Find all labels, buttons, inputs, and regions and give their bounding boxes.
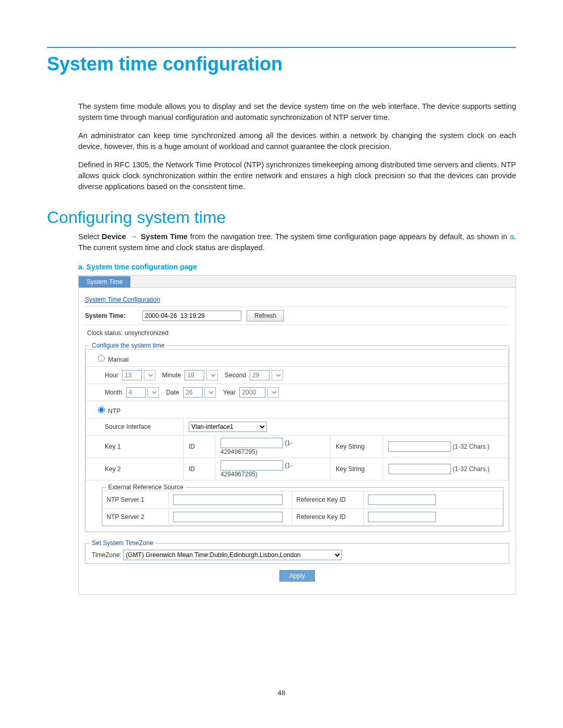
tab-system-time[interactable]: System Time — [79, 276, 130, 288]
id-label-1: ID — [183, 436, 215, 458]
month-label: Month — [105, 389, 122, 396]
second-input — [250, 370, 270, 380]
tab-row: System Time — [79, 276, 516, 288]
hour-label: Hour — [105, 372, 118, 379]
hour-select — [144, 370, 155, 380]
key1-label: Key 1 — [86, 436, 183, 458]
timezone-fieldset: Set System TimeZone TimeZone: (GMT) Gree… — [85, 539, 509, 564]
clock-status: Clock status: unsynchronized — [85, 325, 509, 342]
manual-radio[interactable]: Manual — [95, 356, 129, 363]
figure-caption: a. System time configuration page — [78, 263, 516, 271]
key1-id-input[interactable] — [221, 438, 283, 448]
external-ref-legend: External Reference Source — [106, 484, 186, 491]
minute-select — [206, 370, 218, 380]
ntp-radio[interactable]: NTP — [95, 408, 120, 415]
year-input — [239, 387, 265, 398]
section-title: System Time Configuration — [79, 288, 516, 306]
system-time-row: System Time: Refresh — [85, 306, 509, 325]
refresh-button[interactable]: Refresh — [247, 310, 284, 322]
divider-top — [47, 47, 516, 48]
date-select — [204, 387, 216, 398]
source-interface-label: Source Interface — [86, 418, 183, 436]
timezone-legend: Set System TimeZone — [90, 539, 155, 547]
ref-key-label-2: Reference Key ID — [292, 509, 363, 526]
key2-string-input[interactable] — [388, 464, 451, 474]
timezone-select[interactable]: (GMT) Greenwich Mean Time:Dublin,Edinbur… — [123, 550, 342, 560]
key2-id-input[interactable] — [221, 460, 283, 471]
ntp-server1-input[interactable] — [173, 495, 283, 505]
id-label-2: ID — [183, 458, 215, 480]
second-select — [272, 370, 283, 380]
hour-input — [122, 370, 142, 380]
apply-button[interactable]: Apply — [279, 570, 315, 582]
date-input — [183, 387, 203, 398]
screenshot-panel: System Time System Time Configuration Sy… — [78, 275, 516, 595]
ntp-server2-label: NTP Server 2 — [102, 509, 168, 526]
keystring-label-2: Key String — [331, 458, 383, 480]
key1-string-input[interactable] — [388, 441, 451, 452]
minute-input — [185, 370, 204, 380]
external-ref-fieldset: External Reference Source NTP Server 1 R… — [102, 484, 504, 526]
system-time-label: System Time: — [85, 312, 137, 319]
section-heading: Configuring system time — [47, 208, 516, 227]
month-select — [148, 387, 159, 398]
paragraph-1: The system time module allows you to dis… — [78, 101, 516, 123]
system-time-value — [142, 311, 241, 321]
key2-label: Key 2 — [86, 458, 183, 480]
date-label: Date — [166, 389, 179, 396]
ntp-server1-label: NTP Server 1 — [102, 491, 168, 509]
source-interface-select[interactable]: Vlan-interface1 — [189, 422, 267, 432]
key1-string-range: (1-32 Chars.) — [452, 443, 489, 450]
instruction-line: Select Device → System Time from the nav… — [78, 231, 516, 253]
minute-label: Minute — [162, 372, 181, 379]
year-select — [267, 387, 279, 398]
configure-time-fieldset: Configure the system time Manual Hour — [85, 342, 509, 532]
ntp-server2-input[interactable] — [173, 512, 283, 522]
timezone-label: TimeZone: — [92, 551, 121, 559]
ref-key1-input[interactable] — [368, 495, 436, 505]
ref-key2-input[interactable] — [368, 512, 436, 522]
year-label: Year — [223, 389, 236, 396]
second-label: Second — [225, 372, 246, 379]
configure-time-legend: Configure the system time — [90, 342, 166, 349]
key2-string-range: (1-32 Chars.) — [452, 465, 489, 473]
keystring-label-1: Key String — [331, 436, 383, 458]
page-title: System time configuration — [47, 53, 516, 75]
paragraph-3: Defined in RFC 1305, the Network Time Pr… — [78, 159, 516, 192]
ref-key-label-1: Reference Key ID — [292, 491, 363, 509]
page-number: 48 — [0, 689, 563, 697]
month-input — [126, 387, 146, 398]
paragraph-2: An administrator can keep time synchroni… — [78, 130, 516, 152]
